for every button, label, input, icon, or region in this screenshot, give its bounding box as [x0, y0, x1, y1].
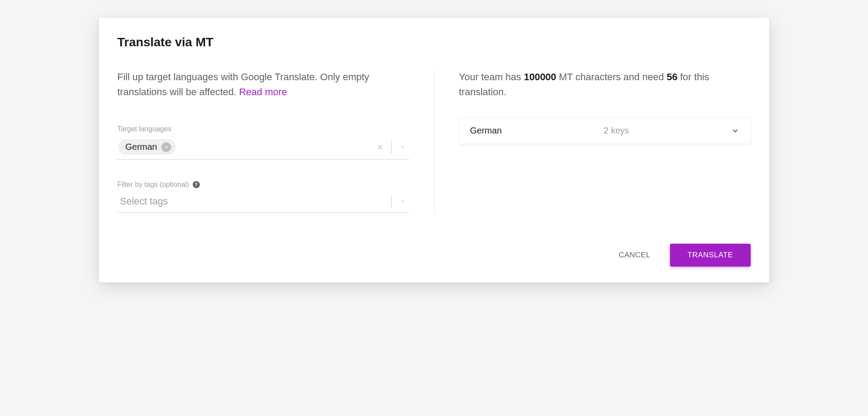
filter-tags-label-text: Filter by tags (optional) [117, 181, 189, 189]
filter-tags-field: Filter by tags (optional) ? Select tags [117, 181, 409, 213]
target-languages-field: Target languages German [117, 125, 409, 160]
text-prefix: Your team has [459, 71, 524, 82]
language-chip-label: German [125, 142, 157, 152]
filter-tags-select[interactable]: Select tags [117, 193, 409, 213]
right-column: Your team has 100000 MT characters and n… [434, 70, 751, 213]
target-languages-label: Target languages [117, 125, 409, 133]
clear-all-button[interactable] [373, 143, 388, 151]
select-divider [391, 195, 392, 208]
chevron-down-icon [731, 126, 740, 135]
filter-tags-placeholder: Select tags [118, 196, 168, 207]
mt-characters-text: Your team has 100000 MT characters and n… [459, 70, 751, 100]
help-icon[interactable]: ? [193, 181, 200, 188]
translate-button[interactable]: TRANSLATE [670, 244, 751, 267]
read-more-link[interactable]: Read more [239, 86, 287, 97]
cancel-button[interactable]: CANCEL [615, 245, 654, 265]
language-summary-card[interactable]: German 2 keys [459, 117, 751, 144]
language-chip: German [118, 139, 176, 155]
filter-tags-label: Filter by tags (optional) ? [117, 181, 409, 189]
needed-characters-count: 56 [666, 71, 677, 82]
mt-characters-count: 100000 [524, 71, 556, 82]
summary-keys: 2 keys [502, 126, 731, 136]
modal-actions: CANCEL TRANSLATE [117, 244, 751, 267]
target-languages-select[interactable]: German [117, 137, 409, 160]
dropdown-toggle[interactable] [395, 144, 408, 150]
select-divider [391, 141, 392, 154]
modal-title: Translate via MT [117, 35, 751, 49]
close-icon [376, 143, 384, 151]
summary-language: German [470, 126, 502, 136]
description-text: Fill up target languages with Google Tra… [117, 70, 409, 100]
dropdown-toggle[interactable] [395, 198, 408, 204]
left-column: Fill up target languages with Google Tra… [117, 70, 434, 213]
summary-expand-toggle[interactable] [731, 126, 740, 135]
translate-mt-modal: Translate via MT Fill up target language… [99, 18, 769, 282]
remove-chip-button[interactable] [161, 142, 171, 152]
text-middle: MT characters and need [556, 71, 666, 82]
close-icon [164, 145, 169, 150]
chevron-down-icon [400, 144, 406, 150]
chevron-down-icon [400, 198, 406, 204]
modal-columns: Fill up target languages with Google Tra… [117, 70, 751, 213]
